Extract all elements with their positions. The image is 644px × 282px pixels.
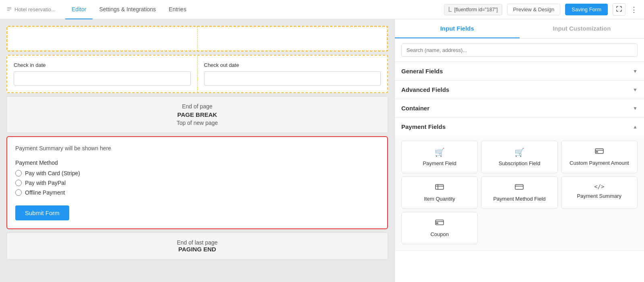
- radio-stripe-input[interactable]: [15, 170, 22, 176]
- page-break-top-label: Top of new page: [13, 120, 381, 126]
- paging-end-label: End of last page: [13, 239, 381, 246]
- check-out-label: Check out date: [204, 62, 381, 68]
- custom-amount-icon: [595, 147, 604, 157]
- breadcrumb[interactable]: Hotel reservatio...: [6, 6, 56, 12]
- check-in-cell: Check in date: [7, 56, 198, 92]
- custom-amount-label: Custom Payment Amount: [570, 160, 629, 166]
- accordion-general: General Fields ▼: [395, 62, 644, 81]
- breadcrumb-text: Hotel reservatio...: [14, 6, 56, 12]
- right-sidebar: Input Fields Input Customization General…: [394, 19, 644, 282]
- radio-paypal-input[interactable]: [15, 180, 22, 186]
- payment-method-label-card: Payment Method Field: [493, 196, 545, 202]
- payment-method-icon: [515, 183, 524, 193]
- svg-rect-8: [436, 220, 444, 225]
- placeholder-cell-2: [197, 27, 388, 51]
- preview-button[interactable]: Preview & Design: [507, 4, 561, 15]
- placeholder-row-1: [6, 26, 388, 52]
- payment-method-label: Payment Method: [15, 160, 379, 166]
- payment-field-label: Payment Field: [423, 160, 456, 166]
- submit-form-button[interactable]: Submit Form: [15, 205, 69, 220]
- payment-fields-grid: 🛒 Payment Field 🛒 Subscription Field Cus…: [401, 141, 638, 209]
- tab-settings[interactable]: Settings & Integrations: [93, 0, 162, 19]
- coupon-card[interactable]: Coupon: [401, 212, 478, 244]
- expand-button[interactable]: [613, 3, 625, 16]
- radio-stripe-label: Pay with Card (Stripe): [25, 170, 80, 176]
- accordion-container-header[interactable]: Container ▼: [395, 99, 644, 117]
- accordion-general-label: General Fields: [401, 68, 443, 75]
- page-break-section: End of page PAGE BREAK Top of new page: [6, 96, 388, 133]
- nav-right: L [fluentform id="187"] Preview & Design…: [444, 3, 638, 16]
- subscription-field-label: Subscription Field: [499, 160, 540, 166]
- payment-field-card-custom-amount[interactable]: Custom Payment Amount: [561, 141, 638, 173]
- nav-tabs: Editor Settings & Integrations Entries: [65, 0, 444, 19]
- save-button[interactable]: Saving Form: [565, 4, 608, 15]
- paging-end-section: End of last page PAGING END: [6, 232, 388, 259]
- search-box: [395, 39, 644, 62]
- top-navigation: Hotel reservatio... Editor Settings & In…: [0, 0, 644, 19]
- accordion-advanced-label: Advanced Fields: [401, 86, 449, 93]
- radio-paypal-label: Pay with PayPal: [25, 180, 66, 186]
- check-out-input[interactable]: [204, 71, 381, 86]
- accordion-container-label: Container: [401, 105, 429, 112]
- subscription-field-icon: 🛒: [514, 147, 524, 157]
- payment-field-card-item-quantity[interactable]: Item Quantity: [401, 176, 478, 209]
- accordion-advanced: Advanced Fields ▼: [395, 81, 644, 99]
- check-out-cell: Check out date: [198, 56, 388, 92]
- accordion-general-chevron: ▼: [633, 68, 638, 74]
- accordion-general-header[interactable]: General Fields ▼: [395, 62, 644, 80]
- payment-field-card-payment-field[interactable]: 🛒 Payment Field: [401, 141, 478, 173]
- coupon-icon: [435, 219, 444, 228]
- svg-rect-10: [436, 223, 438, 224]
- radio-stripe[interactable]: Pay with Card (Stripe): [15, 170, 379, 176]
- tab-entries[interactable]: Entries: [162, 0, 193, 19]
- item-quantity-icon: [435, 183, 444, 193]
- page-break-title: PAGE BREAK: [13, 111, 381, 118]
- payment-summary-icon: </>: [594, 183, 604, 190]
- accordion-payment-chevron: ▲: [633, 124, 638, 130]
- page-break-end-label: End of page: [13, 103, 381, 110]
- coupon-label: Coupon: [430, 231, 449, 237]
- tab-editor[interactable]: Editor: [65, 0, 93, 19]
- payment-summary-text: Payment Summary will be shown here: [15, 145, 379, 151]
- main-layout: Check in date Check out date End of page…: [0, 19, 644, 282]
- accordion-advanced-chevron: ▼: [633, 87, 638, 93]
- radio-paypal[interactable]: Pay with PayPal: [15, 180, 379, 186]
- svg-rect-2: [596, 151, 598, 152]
- accordion-payment-body: 🛒 Payment Field 🛒 Subscription Field Cus…: [395, 136, 644, 251]
- more-options-button[interactable]: ⋮: [630, 5, 638, 14]
- payment-field-card-subscription[interactable]: 🛒 Subscription Field: [481, 141, 557, 173]
- payment-section: Payment Summary will be shown here Payme…: [6, 136, 388, 229]
- tab-input-fields[interactable]: Input Fields: [395, 19, 520, 38]
- accordion-container-chevron: ▼: [633, 106, 638, 111]
- svg-rect-0: [595, 149, 603, 153]
- check-in-input[interactable]: [14, 71, 191, 86]
- tab-input-customization[interactable]: Input Customization: [520, 19, 644, 38]
- payment-field-icon: 🛒: [435, 147, 445, 157]
- shortcode-text: [fluentform id="187"]: [454, 7, 497, 12]
- coupon-row: Coupon: [401, 212, 638, 244]
- accordion-advanced-header[interactable]: Advanced Fields ▼: [395, 81, 644, 99]
- payment-field-card-payment-summary[interactable]: </> Payment Summary: [561, 176, 638, 209]
- accordion-payment-label: Payment Fields: [401, 123, 446, 130]
- radio-offline-input[interactable]: [15, 189, 22, 196]
- date-fields-row: Check in date Check out date: [6, 55, 388, 93]
- svg-rect-3: [436, 185, 444, 189]
- paging-end-title: PAGING END: [13, 246, 381, 253]
- radio-offline-label: Offline Payment: [25, 189, 65, 196]
- payment-summary-label: Payment Summary: [577, 193, 622, 199]
- placeholder-cell-1: [7, 27, 197, 51]
- editor-area: Check in date Check out date End of page…: [0, 19, 394, 282]
- accordion-payment-header[interactable]: Payment Fields ▲: [395, 118, 644, 136]
- sidebar-tabs: Input Fields Input Customization: [395, 19, 644, 39]
- svg-rect-6: [515, 185, 523, 189]
- search-input[interactable]: [401, 44, 638, 57]
- item-quantity-label: Item Quantity: [424, 196, 455, 202]
- check-in-label: Check in date: [14, 62, 191, 68]
- payment-field-card-payment-method[interactable]: Payment Method Field: [481, 176, 557, 209]
- shortcode-display[interactable]: L [fluentform id="187"]: [444, 4, 502, 15]
- accordion-payment: Payment Fields ▲ 🛒 Payment Field 🛒 Subsc…: [395, 118, 644, 251]
- radio-offline[interactable]: Offline Payment: [15, 189, 379, 196]
- accordion-container: Container ▼: [395, 99, 644, 118]
